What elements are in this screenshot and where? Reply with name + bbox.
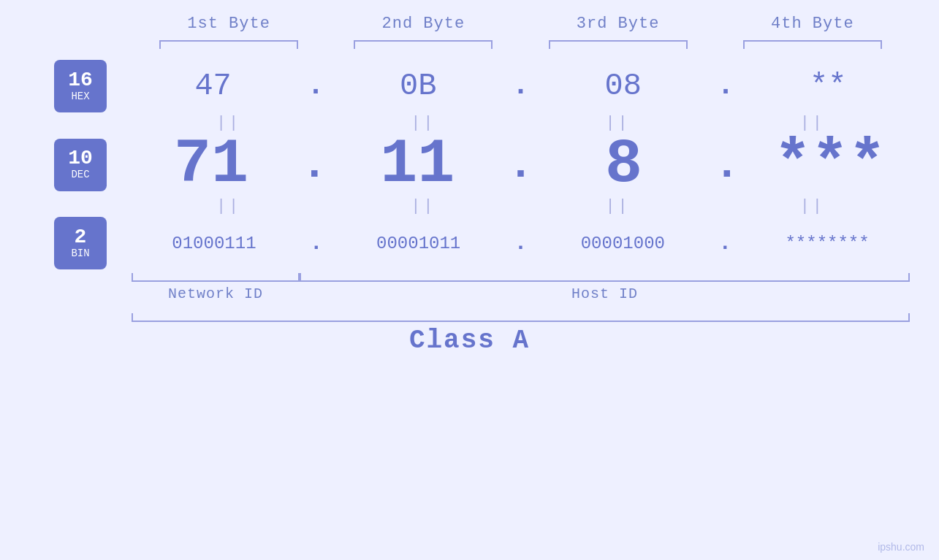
hex-badge: 16 HEX [54,60,107,112]
bracket-byte1 [159,40,298,49]
dot-hex-1: . [307,72,324,101]
hex-base-name: HEX [71,91,89,103]
hex-byte1: 47 [144,69,283,104]
bracket-byte2 [354,40,493,49]
bin-byte4: ******** [758,234,897,253]
bin-byte2: 00001011 [349,234,488,253]
bracket-byte4 [743,40,882,49]
eq2-b1: || [159,197,298,215]
dec-base-num: 10 [68,148,93,169]
dec-base-name: DEC [71,169,89,181]
main-container: 1st Byte 2nd Byte 3rd Byte 4th Byte 16 H… [0,0,939,560]
dot-hex-3: . [717,72,734,101]
id-labels-row: Network ID Host ID [29,285,910,302]
dec-badge: 10 DEC [54,139,107,191]
network-id-label: Network ID [132,285,300,302]
eq2-b4: || [743,197,882,215]
bin-base-num: 2 [75,227,87,248]
eq2-b2: || [354,197,493,215]
dec-values-row: 71 . 11 . 8 . *** [132,134,910,196]
watermark: ipshu.com [878,541,924,553]
dec-byte2: 11 [348,134,487,196]
dot-bin-2: . [514,232,527,254]
byte2-header: 2nd Byte [350,15,496,33]
class-bracket [132,313,910,322]
eq2-b3: || [549,197,688,215]
bin-byte3: 00001000 [553,234,692,253]
bin-base-name: BIN [71,248,89,260]
hex-byte3: 08 [554,69,693,104]
bin-byte1: 01000111 [145,234,284,253]
hex-byte2: 0B [349,69,487,104]
bracket-network-id [132,273,300,282]
bottom-brackets-row [29,273,910,282]
dot-dec-1: . [301,143,327,187]
class-section: Class A [29,313,910,356]
dec-byte4: *** [761,134,900,196]
class-label-row: Class A [29,326,910,356]
equals-row-2: || || || || [29,197,910,215]
dot-bin-1: . [310,232,323,254]
byte1-header: 1st Byte [156,15,302,33]
byte3-header: 3rd Byte [545,15,691,33]
hex-values-row: 47 . 0B . 08 . ** [132,69,910,104]
bin-badge: 2 BIN [54,217,107,269]
bracket-host-id [300,273,910,282]
byte-headers: 1st Byte 2nd Byte 3rd Byte 4th Byte [29,15,910,33]
dec-label-container: 10 DEC [29,139,132,191]
bottom-section: Network ID Host ID [29,273,910,302]
dot-dec-3: . [714,143,740,187]
dec-byte3: 8 [555,134,693,196]
dot-dec-2: . [507,143,533,187]
byte4-header: 4th Byte [740,15,886,33]
dot-hex-2: . [512,72,529,101]
host-id-label: Host ID [300,285,910,302]
dec-byte1: 71 [142,134,281,196]
bin-label-container: 2 BIN [29,217,132,269]
dot-bin-3: . [718,232,731,254]
hex-base-num: 16 [68,70,93,91]
hex-row-group: 16 HEX 47 . 0B . 08 . ** [29,60,910,112]
hex-label-container: 16 HEX [29,60,132,112]
class-bracket-row [29,313,910,322]
bin-row-group: 2 BIN 01000111 . 00001011 . 00001000 . *… [29,217,910,269]
bin-values-row: 01000111 . 00001011 . 00001000 . *******… [132,232,910,254]
dec-row-group: 10 DEC 71 . 11 . 8 . *** [29,134,910,196]
bracket-byte3 [549,40,688,49]
class-a-label: Class A [409,326,530,356]
top-bracket-row [29,40,910,49]
hex-byte4: ** [759,69,897,104]
